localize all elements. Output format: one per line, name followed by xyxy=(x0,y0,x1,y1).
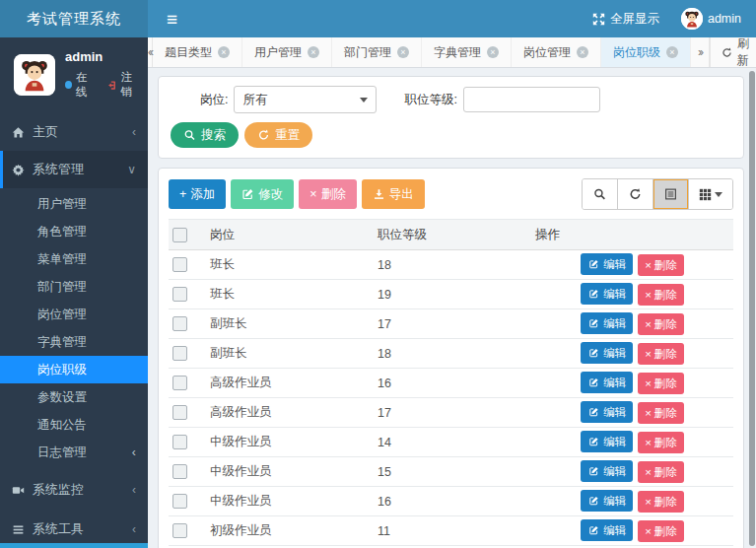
gear-icon xyxy=(12,164,25,176)
row-delete-button[interactable]: ×删除 xyxy=(638,313,684,335)
row-edit-button[interactable]: 编辑 xyxy=(581,283,633,305)
row-checkbox[interactable] xyxy=(172,405,187,420)
close-icon[interactable]: × xyxy=(577,46,588,58)
sidebar-item-log-mgmt[interactable]: 日志管理 ‹ xyxy=(0,439,148,466)
x-icon: × xyxy=(645,437,652,448)
row-delete-button[interactable]: ×删除 xyxy=(638,491,684,513)
table-search-toggle-button[interactable] xyxy=(583,179,617,209)
row-edit-button[interactable]: 编辑 xyxy=(581,519,633,541)
sidebar-item-user-mgmt[interactable]: 用户管理 xyxy=(0,190,148,218)
chevron-left-icon: ‹ xyxy=(132,125,136,139)
modify-button[interactable]: 修改 xyxy=(231,179,294,209)
sidebar-item-dict-mgmt[interactable]: 字典管理 xyxy=(0,328,148,356)
level-filter-label: 职位等级: xyxy=(404,92,456,108)
chevron-left-icon: ‹ xyxy=(132,483,136,497)
post-select[interactable]: 所有 xyxy=(234,86,377,113)
close-icon[interactable]: × xyxy=(487,46,499,58)
table-refresh-button[interactable] xyxy=(617,179,653,209)
chevron-down-icon: ∨ xyxy=(127,163,136,176)
vertical-scrollbar[interactable] xyxy=(749,71,755,546)
row-delete-button[interactable]: ×删除 xyxy=(638,284,684,306)
row-checkbox[interactable] xyxy=(172,464,187,479)
row-edit-button[interactable]: 编辑 xyxy=(581,312,633,334)
row-checkbox[interactable] xyxy=(172,376,187,390)
select-all-checkbox[interactable] xyxy=(172,228,187,242)
logout-button[interactable]: 注销 xyxy=(105,70,138,100)
search-icon xyxy=(183,129,196,141)
refresh-icon xyxy=(721,47,733,58)
edit-icon xyxy=(587,525,600,535)
sidebar-item-home[interactable]: 主页 ‹ xyxy=(0,113,148,151)
close-icon[interactable]: × xyxy=(397,46,409,58)
export-button[interactable]: 导出 xyxy=(362,179,425,209)
row-edit-button[interactable]: 编辑 xyxy=(581,342,633,364)
refresh-tab-button[interactable]: 刷新 xyxy=(710,37,756,67)
row-delete-button[interactable]: ×删除 xyxy=(638,402,684,424)
sidebar-item-role-mgmt[interactable]: 角色管理 xyxy=(0,218,148,245)
tab-dict-mgmt[interactable]: 字典管理 × xyxy=(422,37,512,67)
table-row: 中级作业员 14 编辑×删除 xyxy=(169,428,733,457)
row-edit-button[interactable]: 编辑 xyxy=(581,401,633,423)
row-checkbox[interactable] xyxy=(172,523,187,538)
grid-icon xyxy=(699,188,712,201)
add-button[interactable]: + 添加 xyxy=(169,179,226,209)
tab-post-rank[interactable]: 岗位职级 × xyxy=(601,37,691,67)
columns-dropdown-button[interactable] xyxy=(688,179,732,209)
sidebar-item-dept-mgmt[interactable]: 部门管理 xyxy=(0,273,148,301)
tab-post-mgmt[interactable]: 岗位管理 × xyxy=(512,37,601,67)
delete-button[interactable]: × 删除 xyxy=(299,179,356,209)
row-edit-button[interactable]: 编辑 xyxy=(581,253,633,275)
row-edit-button[interactable]: 编辑 xyxy=(581,372,633,393)
list-icon xyxy=(12,523,25,536)
sidebar-item-post-rank[interactable]: 岗位职级 xyxy=(0,356,148,383)
row-edit-button[interactable]: 编辑 xyxy=(581,431,633,452)
sidebar-item-menu-mgmt[interactable]: 菜单管理 xyxy=(0,245,148,273)
row-delete-button[interactable]: ×删除 xyxy=(638,520,684,542)
row-edit-button[interactable]: 编辑 xyxy=(581,490,633,512)
user-menu[interactable]: admin xyxy=(681,8,741,30)
row-delete-button[interactable]: ×删除 xyxy=(638,254,684,276)
tab-question-type[interactable]: 题目类型 × xyxy=(153,37,242,67)
system-submenu: 用户管理 角色管理 菜单管理 部门管理 岗位管理 字典管理 岗位职级 参数设置 … xyxy=(0,188,148,470)
sidebar-group-system[interactable]: 系统管理 ∨ xyxy=(0,151,148,188)
detail-view-button[interactable] xyxy=(653,179,688,209)
row-checkbox[interactable] xyxy=(172,346,187,361)
row-checkbox[interactable] xyxy=(172,316,187,331)
page-body: 岗位: 所有 职位等级: 搜索 xyxy=(148,68,756,548)
avatar xyxy=(14,54,55,96)
x-icon: × xyxy=(645,289,652,301)
tab-user-mgmt[interactable]: 用户管理 × xyxy=(242,37,332,67)
reset-button[interactable]: 重置 xyxy=(244,122,312,148)
column-header-level: 职位等级 xyxy=(374,220,531,250)
sidebar-item-notice[interactable]: 通知公告 xyxy=(0,411,148,439)
row-checkbox[interactable] xyxy=(172,287,187,302)
app-logo[interactable]: 考试管理系统 xyxy=(0,0,148,37)
level-input[interactable] xyxy=(463,87,600,112)
close-icon[interactable]: × xyxy=(308,46,319,58)
row-delete-button[interactable]: ×删除 xyxy=(638,432,684,453)
tab-dept-mgmt[interactable]: 部门管理 × xyxy=(332,37,422,67)
x-icon: × xyxy=(645,407,652,419)
row-delete-button[interactable]: ×删除 xyxy=(638,461,684,483)
edit-icon xyxy=(587,259,600,269)
row-delete-button[interactable]: ×删除 xyxy=(638,373,684,394)
sidebar-item-params[interactable]: 参数设置 xyxy=(0,383,148,411)
app-window: 考试管理系统 ≡ 全屏显示 admin admin 在 xyxy=(0,0,756,548)
sidebar-item-post-mgmt[interactable]: 岗位管理 xyxy=(0,301,148,328)
header-username: admin xyxy=(708,12,741,26)
sidebar-toggle-icon[interactable]: ≡ xyxy=(167,10,177,29)
tab-bar: ‹‹ 题目类型 × 用户管理 × 部门管理 × 字典管理 × xyxy=(148,37,756,68)
edit-icon xyxy=(587,437,600,446)
row-checkbox[interactable] xyxy=(172,494,187,509)
close-icon[interactable]: × xyxy=(218,46,230,58)
row-delete-button[interactable]: ×删除 xyxy=(638,343,684,365)
download-icon xyxy=(373,188,385,200)
row-checkbox[interactable] xyxy=(172,435,187,449)
row-edit-button[interactable]: 编辑 xyxy=(581,460,633,482)
row-checkbox[interactable] xyxy=(172,257,187,272)
search-button[interactable]: 搜索 xyxy=(171,122,239,148)
fullscreen-button[interactable]: 全屏显示 xyxy=(592,11,659,28)
sidebar-item-monitor[interactable]: 系统监控 ‹ xyxy=(0,470,148,510)
tabs-scroll-right-button[interactable]: ›› xyxy=(691,37,710,67)
close-icon[interactable]: × xyxy=(666,46,678,58)
